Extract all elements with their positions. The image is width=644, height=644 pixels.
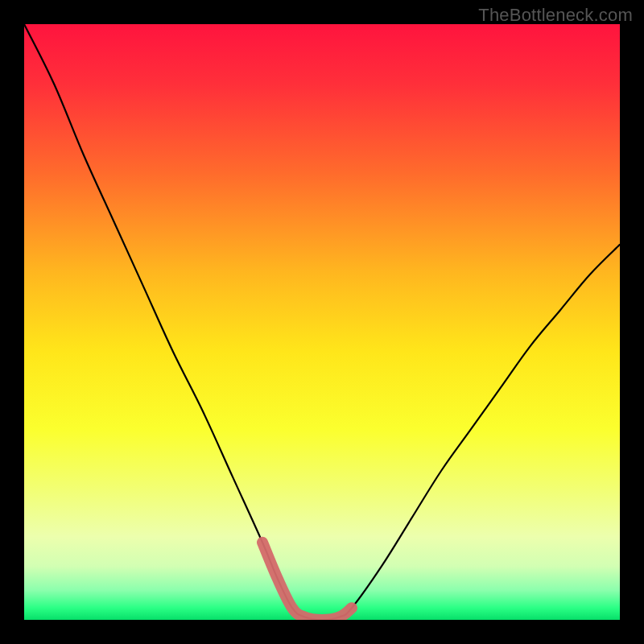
bottleneck-curve: [24, 24, 620, 620]
plot-area: [24, 24, 620, 620]
watermark-text: TheBottleneck.com: [478, 5, 633, 26]
trough-highlight: [262, 543, 352, 620]
curve-layer: [24, 24, 620, 620]
chart-frame: TheBottleneck.com: [0, 0, 644, 644]
